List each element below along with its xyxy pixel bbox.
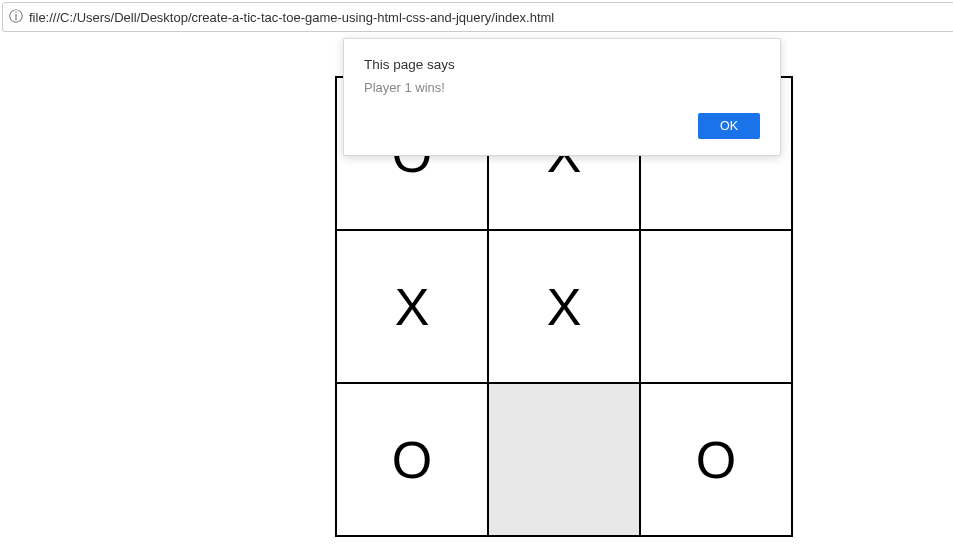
cell-2-0[interactable]: O xyxy=(336,383,488,536)
address-bar[interactable]: ⓘ file:///C:/Users/Dell/Desktop/create-a… xyxy=(2,2,953,32)
cell-1-2[interactable] xyxy=(640,230,792,383)
url-text: file:///C:/Users/Dell/Desktop/create-a-t… xyxy=(29,10,554,25)
alert-actions: OK xyxy=(364,113,760,139)
alert-dialog: This page says Player 1 wins! OK xyxy=(343,38,781,156)
alert-message: Player 1 wins! xyxy=(364,80,760,95)
cell-2-2[interactable]: O xyxy=(640,383,792,536)
ok-button[interactable]: OK xyxy=(698,113,760,139)
cell-2-1[interactable] xyxy=(488,383,640,536)
cell-1-1[interactable]: X xyxy=(488,230,640,383)
info-icon: ⓘ xyxy=(9,8,23,26)
cell-1-0[interactable]: X xyxy=(336,230,488,383)
alert-title: This page says xyxy=(364,57,760,72)
